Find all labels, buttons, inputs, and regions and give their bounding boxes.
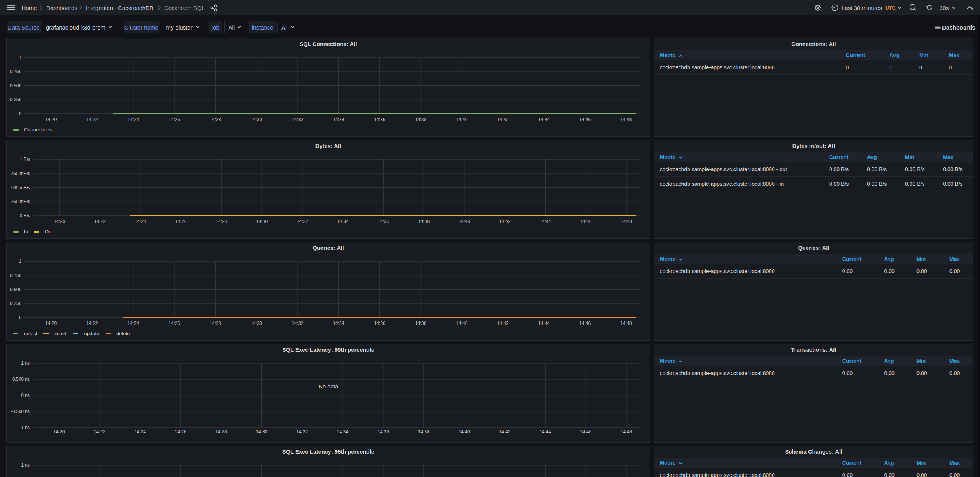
svg-text:0.500 ns: 0.500 ns [12, 377, 30, 382]
svg-text:14:28: 14:28 [209, 117, 221, 122]
svg-text:250 mB/s: 250 mB/s [11, 199, 30, 204]
svg-text:14:32: 14:32 [297, 219, 308, 224]
svg-text:14:36: 14:36 [377, 219, 389, 224]
svg-text:14:42: 14:42 [497, 321, 509, 326]
svg-text:14:46: 14:46 [579, 117, 591, 122]
svg-text:1: 1 [19, 55, 21, 60]
svg-text:14:38: 14:38 [418, 429, 430, 434]
svg-text:14:44: 14:44 [538, 117, 550, 122]
svg-text:14:22: 14:22 [86, 321, 98, 326]
svg-text:14:32: 14:32 [292, 117, 303, 122]
svg-text:500 mB/s: 500 mB/s [11, 185, 30, 190]
svg-text:14:36: 14:36 [377, 429, 389, 434]
svg-text:0.250: 0.250 [10, 97, 21, 102]
svg-text:750 mB/s: 750 mB/s [11, 171, 30, 176]
svg-text:14:28: 14:28 [216, 219, 227, 224]
svg-text:0.250: 0.250 [10, 301, 21, 306]
svg-text:0.500: 0.500 [10, 83, 21, 89]
svg-text:14:42: 14:42 [499, 219, 511, 224]
svg-text:14:36: 14:36 [374, 117, 385, 122]
svg-text:0 ns: 0 ns [21, 393, 30, 398]
svg-text:14:20: 14:20 [54, 219, 65, 224]
svg-text:0 B/s: 0 B/s [20, 213, 30, 218]
svg-text:14:20: 14:20 [45, 117, 57, 122]
svg-text:1: 1 [19, 259, 21, 264]
svg-text:14:20: 14:20 [53, 429, 65, 434]
svg-text:14:48: 14:48 [620, 117, 632, 122]
svg-text:14:22: 14:22 [94, 219, 106, 224]
svg-text:14:26: 14:26 [175, 429, 186, 434]
svg-text:0.750: 0.750 [10, 69, 21, 74]
svg-text:14:30: 14:30 [256, 429, 267, 434]
svg-text:14:38: 14:38 [415, 117, 426, 122]
svg-text:0: 0 [19, 315, 21, 320]
svg-text:14:34: 14:34 [333, 321, 344, 326]
svg-text:14:42: 14:42 [499, 429, 510, 434]
svg-text:14:34: 14:34 [333, 117, 344, 122]
svg-text:0: 0 [19, 111, 21, 116]
svg-text:No data: No data [319, 384, 339, 390]
svg-text:14:24: 14:24 [127, 321, 139, 326]
svg-text:1 ns: 1 ns [21, 361, 30, 366]
svg-text:14:26: 14:26 [168, 117, 180, 122]
svg-text:14:38: 14:38 [415, 321, 426, 326]
svg-text:14:22: 14:22 [94, 429, 105, 434]
svg-text:14:40: 14:40 [456, 117, 467, 122]
svg-text:14:24: 14:24 [135, 219, 146, 224]
svg-text:14:24: 14:24 [127, 117, 139, 122]
svg-text:14:44: 14:44 [538, 321, 550, 326]
svg-text:14:44: 14:44 [539, 429, 551, 434]
svg-text:14:30: 14:30 [251, 321, 262, 326]
svg-text:-1 ns: -1 ns [20, 425, 30, 430]
svg-text:14:28: 14:28 [216, 429, 227, 434]
svg-text:14:32: 14:32 [292, 321, 303, 326]
svg-text:14:28: 14:28 [209, 321, 221, 326]
svg-text:14:34: 14:34 [337, 429, 348, 434]
svg-text:1 B/s: 1 B/s [20, 157, 30, 162]
svg-text:14:48: 14:48 [621, 429, 632, 434]
svg-text:14:40: 14:40 [456, 321, 467, 326]
svg-text:14:32: 14:32 [296, 429, 308, 434]
svg-text:14:26: 14:26 [175, 219, 186, 224]
svg-text:14:46: 14:46 [579, 321, 591, 326]
svg-text:14:20: 14:20 [45, 321, 57, 326]
svg-text:14:26: 14:26 [168, 321, 180, 326]
svg-text:14:48: 14:48 [621, 219, 632, 224]
svg-text:14:46: 14:46 [580, 219, 591, 224]
svg-text:14:30: 14:30 [256, 219, 268, 224]
svg-text:14:46: 14:46 [580, 429, 591, 434]
svg-text:14:38: 14:38 [418, 219, 430, 224]
svg-text:1 ns: 1 ns [21, 462, 30, 468]
svg-text:14:22: 14:22 [86, 117, 98, 122]
svg-text:14:42: 14:42 [497, 117, 509, 122]
svg-text:14:36: 14:36 [374, 321, 385, 326]
svg-text:14:30: 14:30 [251, 117, 262, 122]
svg-text:0.750: 0.750 [10, 273, 21, 278]
svg-text:14:48: 14:48 [620, 321, 632, 326]
svg-text:14:40: 14:40 [459, 429, 470, 434]
svg-text:14:40: 14:40 [459, 219, 470, 224]
svg-text:14:24: 14:24 [134, 429, 146, 434]
svg-text:0.500: 0.500 [10, 287, 21, 292]
svg-text:14:44: 14:44 [539, 219, 551, 224]
svg-text:14:34: 14:34 [337, 219, 349, 224]
svg-text:-0.500 ns: -0.500 ns [11, 409, 30, 414]
